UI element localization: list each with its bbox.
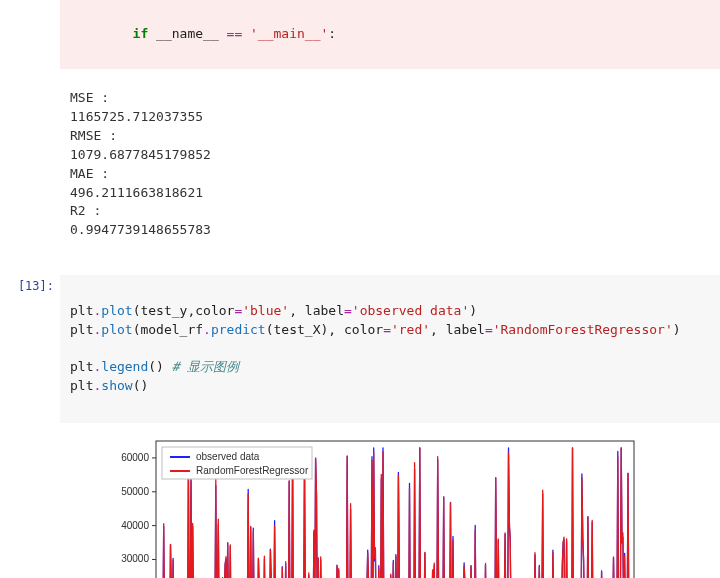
stdout-line: 1165725.712037355: [70, 109, 203, 124]
prompt-empty: .: [0, 0, 60, 267]
code-cell-13: [13]: plt.plot(test_y,color='blue', labe…: [0, 275, 720, 578]
input-prompt: [13]:: [0, 275, 60, 578]
svg-text:50000: 50000: [121, 486, 149, 497]
line-chart: 0100002000030000400005000060000010020030…: [104, 429, 644, 578]
svg-text:observed data: observed data: [196, 451, 260, 462]
svg-text:60000: 60000: [121, 452, 149, 463]
svg-text:30000: 30000: [121, 553, 149, 564]
code-body: plt.plot(test_y,color='blue', label='obs…: [60, 275, 720, 578]
stdout-metrics: MSE : 1165725.712037355 RMSE : 1079.6877…: [60, 69, 720, 267]
svg-text:40000: 40000: [121, 519, 149, 530]
code-editor[interactable]: plt.plot(test_y,color='blue', label='obs…: [60, 275, 720, 423]
output-cell-top: . if __name__ == '__main__': MSE : 11657…: [0, 0, 720, 267]
stdout-line: 1079.6877845179852: [70, 147, 211, 162]
output-body-top: if __name__ == '__main__': MSE : 1165725…: [60, 0, 720, 267]
stdout-line: MAE :: [70, 166, 109, 181]
svg-text:RandomForestRegressor: RandomForestRegressor: [196, 465, 309, 476]
stdout-line: 496.2111663818621: [70, 185, 203, 200]
stdout-line: MSE :: [70, 90, 109, 105]
warning-context-line: if __name__ == '__main__':: [60, 0, 720, 69]
stdout-line: 0.9947739148655783: [70, 222, 211, 237]
chart-output: 0100002000030000400005000060000010020030…: [60, 423, 720, 578]
stdout-line: RMSE :: [70, 128, 117, 143]
stdout-line: R2 :: [70, 203, 101, 218]
